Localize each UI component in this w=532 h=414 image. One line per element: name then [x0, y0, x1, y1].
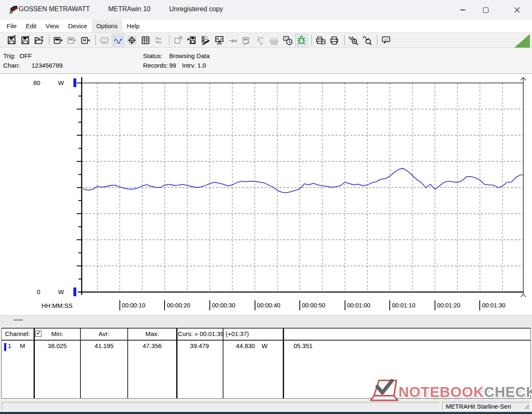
table-divider — [80, 329, 81, 398]
record-to-file-icon[interactable] — [186, 34, 198, 46]
toolbar: M1257=f(x)121/2 — [0, 32, 532, 48]
power-line-chart[interactable] — [0, 74, 532, 316]
min-value: 38.025 — [34, 342, 80, 349]
x-tick-mark — [345, 300, 345, 310]
cursor-crosshair-icon[interactable] — [126, 34, 138, 46]
minimize-button[interactable] — [453, 3, 472, 17]
channel-marker-top — [73, 78, 76, 87]
status-label: Status: — [143, 52, 163, 59]
license-status: Unregistered copy — [169, 5, 223, 13]
product-title: METRAwin 10 — [108, 5, 151, 13]
watermark-text-primary: NOTEBOOK — [398, 384, 484, 400]
svg-text:M: M — [83, 38, 86, 42]
records-value: 99 — [169, 62, 176, 69]
channel-color-marker — [4, 343, 6, 351]
y-unit-top: W — [58, 79, 64, 86]
zoom-vertical-icon[interactable] — [361, 34, 373, 46]
status-panel: Trig: OFF Chan: 123456789 Status: Browsi… — [0, 48, 532, 73]
menu-item-help[interactable]: Help — [122, 19, 144, 32]
print-icon[interactable] — [328, 34, 340, 46]
display-setup-icon[interactable] — [213, 34, 226, 46]
annotation-icon[interactable]: 1/2 — [380, 34, 392, 46]
cursor-delta: 05.351 — [294, 342, 313, 349]
table-divider — [127, 329, 128, 398]
menu-item-options[interactable]: Options — [92, 19, 122, 32]
formula-icon[interactable]: =f(x) — [227, 34, 239, 46]
min-header: Min: — [34, 330, 80, 337]
menu-item-edit[interactable]: Edit — [21, 19, 41, 32]
read-device-icon[interactable] — [52, 34, 64, 46]
cursor-header: Curs: » 00:01:39 (+01:37) — [178, 330, 249, 337]
close-icon — [514, 7, 520, 13]
menu-item-file[interactable]: File — [2, 19, 21, 32]
x-tick-label: 00:01:30 — [482, 302, 505, 309]
x-tick-mark — [435, 300, 435, 310]
x-axis-format-label: HH:MM:SS — [41, 302, 73, 309]
trig-value: OFF — [19, 52, 32, 59]
y-max-label: 80 — [28, 79, 40, 86]
svg-text:=f(x): =f(x) — [229, 38, 237, 42]
channel-header: Channel: — [5, 330, 30, 337]
status-value: Browsing Data — [169, 52, 210, 59]
watermark-text-secondary: CHECK — [484, 384, 532, 400]
app-title: GOSSEN METRAWATT — [19, 5, 90, 13]
splitter[interactable] — [0, 315, 532, 327]
toolbar-separator — [169, 35, 170, 45]
multimeter-view-icon: 1257 — [98, 34, 111, 46]
app-logo-icon — [8, 4, 19, 15]
table-divider — [223, 329, 223, 398]
channel-number: 1 — [8, 342, 11, 349]
x-tick-label: 00:01:10 — [392, 302, 415, 309]
svg-text:1/2: 1/2 — [384, 38, 388, 41]
interval-label: Intrv. — [182, 62, 195, 69]
toolbar-separator — [95, 35, 96, 45]
x-tick-mark — [299, 300, 300, 310]
table-divider — [34, 329, 35, 398]
splitter-grip-icon[interactable] — [14, 319, 23, 321]
title-bar: GOSSEN METRAWATT METRAwin 10 Unregistere… — [0, 0, 532, 20]
menu-bar: FileEditViewDeviceOptionsHelp — [0, 19, 532, 32]
x-tick-label: 00:01:20 — [437, 302, 460, 309]
table-divider — [283, 329, 284, 398]
x-tick-mark — [164, 300, 165, 310]
save-as-icon[interactable] — [19, 34, 32, 46]
x-tick-label: 00:00:20 — [167, 302, 190, 309]
minimize-icon — [460, 10, 465, 10]
x-tick-label: 00:00:40 — [257, 302, 280, 309]
chart-view-icon[interactable] — [112, 34, 124, 46]
close-button[interactable] — [508, 3, 527, 17]
open-folder-icon[interactable] — [33, 34, 45, 46]
green-triangle-indicator — [514, 34, 530, 49]
maximize-button[interactable] — [476, 3, 495, 17]
table-header-divider — [2, 340, 530, 341]
trigger-wave-icon — [254, 34, 267, 46]
x-tick-label: 00:00:50 — [302, 302, 325, 309]
toolbar-separator — [377, 35, 377, 45]
time-setup-icon[interactable]: 12 — [282, 34, 294, 46]
save-file-icon[interactable] — [5, 34, 18, 46]
toolbar-separator — [49, 35, 49, 45]
zoom-horizontal-icon[interactable] — [347, 34, 360, 46]
debug-bug-icon[interactable] — [295, 34, 308, 46]
notebookcheck-watermark: NOTEBOOKCHECK — [370, 377, 532, 407]
channel-setup-icon[interactable] — [199, 34, 212, 46]
x-tick-mark — [479, 300, 480, 310]
chan-value: 123456789 — [32, 62, 63, 69]
avr-header: Avr: — [81, 330, 127, 337]
menu-item-view[interactable]: View — [41, 19, 63, 32]
x-tick-mark — [119, 300, 120, 310]
print-preview-icon[interactable] — [314, 34, 327, 46]
max-header: Max: — [128, 330, 176, 337]
menu-item-device[interactable]: Device — [63, 19, 92, 32]
window-bottom-edge — [0, 412, 532, 414]
cursor-unit: W — [262, 342, 267, 349]
channel-mode: M — [20, 342, 25, 349]
channel-marker-bottom — [73, 287, 76, 296]
chan-label: Chan: — [3, 62, 20, 69]
chart-panel: 80 W 0 W HH:MM:SS 00:00:1000:00:2000:00:… — [0, 73, 532, 315]
records-label: Records: — [143, 62, 168, 69]
read-memory-icon[interactable]: M — [79, 34, 92, 46]
table-view-icon[interactable] — [139, 34, 152, 46]
avr-value: 41.195 — [81, 342, 127, 349]
x-tick-label: 00:00:30 — [212, 302, 235, 309]
